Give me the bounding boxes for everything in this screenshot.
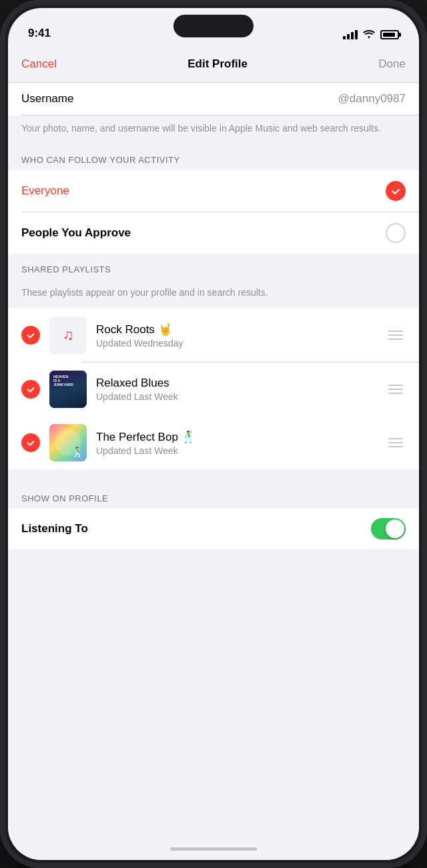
music-note-icon: ♫ <box>63 327 74 344</box>
cancel-button[interactable]: Cancel <box>21 57 57 71</box>
follow-section-header: WHO CAN FOLLOW YOUR ACTIVITY <box>8 144 419 170</box>
done-button[interactable]: Done <box>378 57 406 71</box>
people-approve-row[interactable]: People You Approve <box>8 212 419 254</box>
listening-to-row: Listening To <box>8 509 419 549</box>
screen: 9:41 <box>8 8 419 860</box>
username-row: Username @danny0987 <box>8 83 419 115</box>
playlists-description: These playlists appear on your profile a… <box>8 280 419 309</box>
everyone-row[interactable]: Everyone <box>8 170 419 212</box>
username-value: @danny0987 <box>338 92 406 105</box>
playlist-updated: Updated Last Week <box>96 445 376 456</box>
drag-handle-icon[interactable] <box>386 382 406 397</box>
home-indicator <box>170 847 257 851</box>
drag-handle-icon[interactable] <box>386 435 406 450</box>
playlist-updated: Updated Last Week <box>96 391 376 402</box>
playlist-info: Rock Roots 🤘 Updated Wednesday <box>96 322 376 349</box>
dynamic-island <box>173 15 254 37</box>
wifi-icon <box>363 29 375 40</box>
playlist-name: Relaxed Blues <box>96 377 376 390</box>
people-approve-label: People You Approve <box>21 226 131 240</box>
listening-to-toggle[interactable] <box>371 518 406 539</box>
playlist-thumbnail: 🕺 <box>49 424 87 461</box>
list-item[interactable]: 🕺 The Perfect Bop 🕺 Updated Last Week <box>8 416 419 469</box>
battery-icon <box>380 30 399 39</box>
bottom-spacer <box>8 549 419 589</box>
playlist-check-icon[interactable] <box>21 380 40 399</box>
page-title: Edit Profile <box>187 57 248 71</box>
list-item[interactable]: HEAVENIS AJUNKYARD Relaxed Blues Updated… <box>8 363 419 416</box>
status-bar: 9:41 <box>8 8 419 45</box>
status-icons <box>343 29 399 40</box>
nav-bar: Cancel Edit Profile Done <box>8 45 419 83</box>
list-item[interactable]: ♫ Rock Roots 🤘 Updated Wednesday <box>8 308 419 362</box>
playlist-thumbnail: ♫ <box>49 316 87 354</box>
phone-frame: 9:41 <box>0 0 427 868</box>
username-label: Username <box>21 92 73 105</box>
playlists-section: ♫ Rock Roots 🤘 Updated Wednesday <box>8 308 419 469</box>
everyone-radio-selected[interactable] <box>386 181 406 201</box>
signal-bars-icon <box>343 30 358 39</box>
playlist-name: The Perfect Bop 🕺 <box>96 430 376 444</box>
toggle-knob <box>386 519 404 538</box>
listening-to-section: Listening To <box>8 509 419 549</box>
follow-options-section: Everyone People You Approve <box>8 170 419 254</box>
spacer <box>8 469 419 483</box>
show-on-profile-header: SHOW ON PROFILE <box>8 483 419 509</box>
playlist-thumbnail: HEAVENIS AJUNKYARD <box>49 371 87 408</box>
playlist-name: Rock Roots 🤘 <box>96 322 376 337</box>
playlist-updated: Updated Wednesday <box>96 338 376 349</box>
profile-subtitle: Your photo, name, and username will be v… <box>8 116 419 145</box>
playlist-info: Relaxed Blues Updated Last Week <box>96 377 376 402</box>
people-approve-radio[interactable] <box>386 223 406 243</box>
playlist-check-icon[interactable] <box>21 433 40 452</box>
playlist-check-icon[interactable] <box>21 326 40 345</box>
everyone-label: Everyone <box>21 184 69 198</box>
modal-sheet[interactable]: Cancel Edit Profile Done Username @danny… <box>8 45 419 860</box>
username-section: Username @danny0987 <box>8 83 419 116</box>
listening-to-label: Listening To <box>21 522 88 535</box>
playlist-info: The Perfect Bop 🕺 Updated Last Week <box>96 430 376 456</box>
drag-handle-icon[interactable] <box>386 328 406 343</box>
playlists-section-header: SHARED PLAYLISTS <box>8 254 419 280</box>
